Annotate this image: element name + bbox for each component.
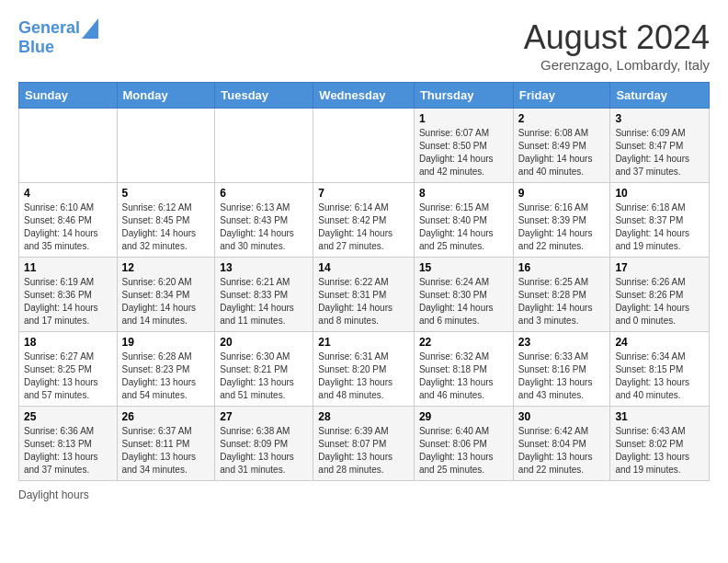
daylight-note: Daylight hours — [18, 488, 89, 501]
logo-text-line1: General — [18, 19, 80, 38]
day-info: Sunrise: 6:33 AM Sunset: 8:16 PM Dayligh… — [518, 350, 606, 402]
day-number: 27 — [220, 410, 308, 423]
calendar-cell: 23Sunrise: 6:33 AM Sunset: 8:16 PM Dayli… — [513, 332, 610, 407]
weekday-header: Monday — [117, 83, 215, 109]
day-info: Sunrise: 6:26 AM Sunset: 8:26 PM Dayligh… — [615, 276, 704, 327]
weekday-header: Wednesday — [313, 83, 415, 109]
logo: General Blue — [18, 18, 98, 57]
calendar-cell — [313, 109, 415, 183]
day-number: 8 — [419, 187, 508, 200]
calendar-cell: 27Sunrise: 6:38 AM Sunset: 8:09 PM Dayli… — [215, 407, 313, 481]
calendar-cell: 8Sunrise: 6:15 AM Sunset: 8:40 PM Daylig… — [414, 183, 513, 258]
day-info: Sunrise: 6:13 AM Sunset: 8:43 PM Dayligh… — [220, 201, 308, 253]
day-number: 23 — [518, 336, 606, 349]
calendar-cell: 17Sunrise: 6:26 AM Sunset: 8:26 PM Dayli… — [610, 258, 710, 332]
calendar-cell: 12Sunrise: 6:20 AM Sunset: 8:34 PM Dayli… — [117, 258, 215, 332]
calendar-cell: 3Sunrise: 6:09 AM Sunset: 8:47 PM Daylig… — [610, 109, 710, 183]
day-number: 12 — [122, 261, 210, 274]
day-number: 28 — [318, 410, 409, 423]
day-info: Sunrise: 6:38 AM Sunset: 8:09 PM Dayligh… — [220, 425, 308, 477]
calendar-week-row: 11Sunrise: 6:19 AM Sunset: 8:36 PM Dayli… — [19, 258, 710, 332]
calendar-cell — [117, 109, 215, 183]
day-info: Sunrise: 6:27 AM Sunset: 8:25 PM Dayligh… — [24, 350, 112, 402]
weekday-header: Friday — [513, 83, 610, 109]
footer-note: Daylight hours — [18, 488, 710, 501]
calendar-cell: 10Sunrise: 6:18 AM Sunset: 8:37 PM Dayli… — [610, 183, 710, 258]
calendar-cell: 6Sunrise: 6:13 AM Sunset: 8:43 PM Daylig… — [215, 183, 313, 258]
day-number: 16 — [518, 261, 606, 274]
day-number: 6 — [220, 187, 308, 200]
calendar-cell: 9Sunrise: 6:16 AM Sunset: 8:39 PM Daylig… — [513, 183, 610, 258]
calendar-cell: 28Sunrise: 6:39 AM Sunset: 8:07 PM Dayli… — [313, 407, 415, 481]
calendar-week-row: 1Sunrise: 6:07 AM Sunset: 8:50 PM Daylig… — [19, 109, 710, 183]
day-number: 15 — [419, 261, 508, 274]
day-number: 2 — [518, 112, 606, 125]
calendar-week-row: 4Sunrise: 6:10 AM Sunset: 8:46 PM Daylig… — [19, 183, 710, 258]
day-number: 17 — [615, 261, 704, 274]
day-info: Sunrise: 6:28 AM Sunset: 8:23 PM Dayligh… — [122, 350, 210, 402]
calendar-cell: 25Sunrise: 6:36 AM Sunset: 8:13 PM Dayli… — [19, 407, 118, 481]
day-number: 30 — [518, 410, 606, 423]
day-info: Sunrise: 6:36 AM Sunset: 8:13 PM Dayligh… — [24, 425, 112, 477]
calendar-cell: 11Sunrise: 6:19 AM Sunset: 8:36 PM Dayli… — [19, 258, 118, 332]
logo-arrow-icon — [82, 18, 98, 39]
day-number: 14 — [318, 261, 409, 274]
calendar-cell: 19Sunrise: 6:28 AM Sunset: 8:23 PM Dayli… — [117, 332, 215, 407]
day-number: 9 — [518, 187, 606, 200]
day-info: Sunrise: 6:16 AM Sunset: 8:39 PM Dayligh… — [518, 201, 606, 253]
day-number: 11 — [24, 261, 112, 274]
calendar-cell: 18Sunrise: 6:27 AM Sunset: 8:25 PM Dayli… — [19, 332, 118, 407]
calendar-cell: 2Sunrise: 6:08 AM Sunset: 8:49 PM Daylig… — [513, 109, 610, 183]
day-info: Sunrise: 6:14 AM Sunset: 8:42 PM Dayligh… — [318, 201, 409, 253]
day-info: Sunrise: 6:19 AM Sunset: 8:36 PM Dayligh… — [24, 276, 112, 327]
day-number: 20 — [220, 336, 308, 349]
month-year-title: August 2024 — [524, 18, 710, 57]
day-info: Sunrise: 6:15 AM Sunset: 8:40 PM Dayligh… — [419, 201, 508, 253]
calendar-cell: 13Sunrise: 6:21 AM Sunset: 8:33 PM Dayli… — [215, 258, 313, 332]
calendar-cell: 14Sunrise: 6:22 AM Sunset: 8:31 PM Dayli… — [313, 258, 415, 332]
weekday-header: Thursday — [414, 83, 513, 109]
day-info: Sunrise: 6:20 AM Sunset: 8:34 PM Dayligh… — [122, 276, 210, 327]
calendar-week-row: 25Sunrise: 6:36 AM Sunset: 8:13 PM Dayli… — [19, 407, 710, 481]
day-info: Sunrise: 6:31 AM Sunset: 8:20 PM Dayligh… — [318, 350, 409, 402]
day-number: 5 — [122, 187, 210, 200]
calendar-cell: 24Sunrise: 6:34 AM Sunset: 8:15 PM Dayli… — [610, 332, 710, 407]
day-info: Sunrise: 6:21 AM Sunset: 8:33 PM Dayligh… — [220, 276, 308, 327]
calendar-header-row: SundayMondayTuesdayWednesdayThursdayFrid… — [19, 83, 710, 109]
calendar-cell — [215, 109, 313, 183]
calendar-cell: 22Sunrise: 6:32 AM Sunset: 8:18 PM Dayli… — [414, 332, 513, 407]
calendar-cell: 5Sunrise: 6:12 AM Sunset: 8:45 PM Daylig… — [117, 183, 215, 258]
day-info: Sunrise: 6:25 AM Sunset: 8:28 PM Dayligh… — [518, 276, 606, 327]
weekday-header: Saturday — [610, 83, 710, 109]
day-info: Sunrise: 6:18 AM Sunset: 8:37 PM Dayligh… — [615, 201, 704, 253]
calendar-cell — [19, 109, 118, 183]
day-number: 19 — [122, 336, 210, 349]
day-info: Sunrise: 6:40 AM Sunset: 8:06 PM Dayligh… — [419, 425, 508, 477]
day-number: 18 — [24, 336, 112, 349]
calendar-cell: 31Sunrise: 6:43 AM Sunset: 8:02 PM Dayli… — [610, 407, 710, 481]
calendar-cell: 26Sunrise: 6:37 AM Sunset: 8:11 PM Dayli… — [117, 407, 215, 481]
day-info: Sunrise: 6:42 AM Sunset: 8:04 PM Dayligh… — [518, 425, 606, 477]
day-info: Sunrise: 6:07 AM Sunset: 8:50 PM Dayligh… — [419, 127, 508, 178]
location-subtitle: Gerenzago, Lombardy, Italy — [524, 57, 710, 73]
day-info: Sunrise: 6:43 AM Sunset: 8:02 PM Dayligh… — [615, 425, 704, 477]
day-info: Sunrise: 6:32 AM Sunset: 8:18 PM Dayligh… — [419, 350, 508, 402]
day-info: Sunrise: 6:24 AM Sunset: 8:30 PM Dayligh… — [419, 276, 508, 327]
day-info: Sunrise: 6:34 AM Sunset: 8:15 PM Dayligh… — [615, 350, 704, 402]
calendar-cell: 20Sunrise: 6:30 AM Sunset: 8:21 PM Dayli… — [215, 332, 313, 407]
weekday-header: Tuesday — [215, 83, 313, 109]
calendar-cell: 21Sunrise: 6:31 AM Sunset: 8:20 PM Dayli… — [313, 332, 415, 407]
svg-marker-0 — [82, 18, 98, 39]
calendar-cell: 29Sunrise: 6:40 AM Sunset: 8:06 PM Dayli… — [414, 407, 513, 481]
day-number: 1 — [419, 112, 508, 125]
calendar-cell: 30Sunrise: 6:42 AM Sunset: 8:04 PM Dayli… — [513, 407, 610, 481]
day-number: 13 — [220, 261, 308, 274]
calendar-week-row: 18Sunrise: 6:27 AM Sunset: 8:25 PM Dayli… — [19, 332, 710, 407]
calendar-cell: 16Sunrise: 6:25 AM Sunset: 8:28 PM Dayli… — [513, 258, 610, 332]
calendar-cell: 7Sunrise: 6:14 AM Sunset: 8:42 PM Daylig… — [313, 183, 415, 258]
day-number: 10 — [615, 187, 704, 200]
day-number: 21 — [318, 336, 409, 349]
day-number: 4 — [24, 187, 112, 200]
day-number: 31 — [615, 410, 704, 423]
calendar-cell: 4Sunrise: 6:10 AM Sunset: 8:46 PM Daylig… — [19, 183, 118, 258]
